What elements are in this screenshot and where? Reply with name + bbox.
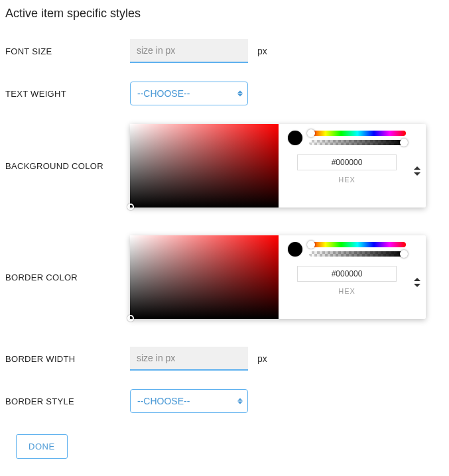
border-style-select[interactable]: --CHOOSE--	[130, 389, 248, 413]
saturation-value-panel[interactable]	[130, 124, 279, 208]
hex-format-label: HEX	[288, 176, 406, 184]
hex-input[interactable]	[297, 266, 397, 282]
format-cycle-button[interactable]	[414, 278, 420, 287]
hex-format-label: HEX	[288, 287, 406, 295]
section-title: Active item specific styles	[5, 7, 444, 21]
sv-knob[interactable]	[127, 315, 134, 322]
hex-input[interactable]	[297, 154, 397, 170]
alpha-slider[interactable]	[309, 140, 406, 145]
background-color-picker: HEX	[130, 124, 426, 208]
border-width-label: BORDER WIDTH	[5, 354, 130, 364]
format-cycle-button[interactable]	[414, 166, 420, 176]
alpha-slider[interactable]	[309, 251, 406, 257]
text-weight-label: TEXT WEIGHT	[5, 89, 130, 99]
color-swatch	[288, 131, 302, 145]
border-color-label: BORDER COLOR	[5, 272, 130, 282]
border-width-input[interactable]	[130, 347, 248, 371]
font-size-label: FONT SIZE	[5, 46, 130, 56]
done-button[interactable]: DONE	[16, 434, 68, 459]
border-style-label: BORDER STYLE	[5, 396, 130, 406]
border-width-unit: px	[257, 353, 267, 364]
font-size-input[interactable]	[130, 39, 248, 63]
saturation-value-panel[interactable]	[130, 235, 279, 319]
color-swatch	[288, 242, 302, 257]
hue-slider[interactable]	[309, 131, 406, 136]
border-color-picker: HEX	[130, 235, 426, 319]
background-color-label: BACKGROUND COLOR	[5, 161, 130, 171]
text-weight-select[interactable]: --CHOOSE--	[130, 82, 248, 105]
sv-knob[interactable]	[127, 204, 134, 210]
font-size-unit: px	[257, 46, 267, 56]
hue-slider[interactable]	[309, 242, 406, 247]
